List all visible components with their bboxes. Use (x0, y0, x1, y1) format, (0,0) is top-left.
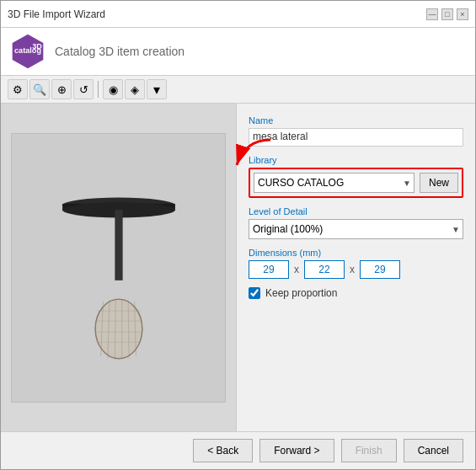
preview-panel (1, 104, 237, 431)
lod-select-wrapper: Original (100%) High (75%) Medium (50%) … (249, 219, 463, 239)
library-select-wrapper: CURSO CATALOG ▼ (254, 173, 414, 193)
view1-icon[interactable]: ◉ (103, 79, 123, 99)
keep-proportion-label: Keep proportion (265, 287, 337, 299)
settings-icon[interactable]: ⚙ (8, 79, 28, 99)
dim-separator-1: x (294, 264, 299, 275)
dim-y-input[interactable] (304, 260, 345, 279)
toolbar: ⚙ 🔍 ⊕ ↺ ◉ ◈ ▾ (1, 76, 475, 104)
logo: catalog 3D (9, 33, 46, 70)
window-title: 3D File Import Wizard (8, 8, 105, 20)
lod-label: Level of Detail (249, 206, 463, 216)
maximize-button[interactable]: □ (441, 8, 453, 20)
rotate-icon[interactable]: ↺ (73, 79, 94, 99)
title-bar-left: 3D File Import Wizard (8, 8, 105, 20)
keep-proportion-checkbox[interactable] (249, 287, 260, 299)
dim-separator-2: x (350, 264, 355, 275)
name-label: Name (249, 115, 463, 126)
dimensions-row: x x (249, 260, 463, 279)
3d-preview (11, 133, 226, 403)
dimensions-field-group: Dimensions (mm) x x (249, 248, 463, 279)
content-area: Name mesa lateral Library CURSO CATALOG … (1, 104, 475, 431)
name-value: mesa lateral (249, 128, 463, 147)
dim-x-input[interactable] (249, 260, 289, 279)
finish-button[interactable]: Finish (341, 439, 397, 462)
dim-z-input[interactable] (360, 260, 400, 279)
svg-text:3D: 3D (32, 42, 42, 51)
library-select[interactable]: CURSO CATALOG (254, 173, 414, 193)
footer: < Back Forward > Finish Cancel (1, 431, 475, 469)
svg-rect-6 (115, 210, 122, 280)
library-field-group: Library CURSO CATALOG ▼ New (249, 155, 463, 198)
title-bar: 3D File Import Wizard — □ × (1, 1, 475, 28)
toolbar-separator (98, 81, 99, 98)
header-bar: catalog 3D Catalog 3D item creation (1, 28, 475, 76)
header-subtitle: Catalog 3D item creation (55, 45, 185, 58)
back-button[interactable]: < Back (193, 439, 253, 462)
zoom-in-icon[interactable]: ⊕ (51, 79, 72, 99)
dimensions-label: Dimensions (mm) (249, 248, 463, 258)
settings-panel: Name mesa lateral Library CURSO CATALOG … (237, 104, 475, 431)
zoom-fit-icon[interactable]: 🔍 (29, 79, 50, 99)
name-field-group: Name mesa lateral (249, 115, 463, 147)
new-button[interactable]: New (420, 173, 458, 193)
view3-icon[interactable]: ▾ (147, 79, 167, 99)
lod-select[interactable]: Original (100%) High (75%) Medium (50%) … (249, 219, 463, 239)
forward-button[interactable]: Forward > (259, 439, 334, 462)
cancel-button[interactable]: Cancel (404, 439, 463, 462)
close-button[interactable]: × (457, 8, 468, 20)
lod-field-group: Level of Detail Original (100%) High (75… (249, 206, 463, 239)
view2-icon[interactable]: ◈ (125, 79, 145, 99)
minimize-button[interactable]: — (426, 8, 438, 20)
keep-proportion-row: Keep proportion (249, 287, 463, 299)
library-label: Library (249, 155, 463, 165)
main-window: 3D File Import Wizard — □ × catalog 3D C… (0, 0, 476, 470)
furniture-preview-svg (51, 158, 186, 377)
library-box: CURSO CATALOG ▼ New (249, 168, 463, 198)
title-bar-controls: — □ × (426, 8, 468, 20)
